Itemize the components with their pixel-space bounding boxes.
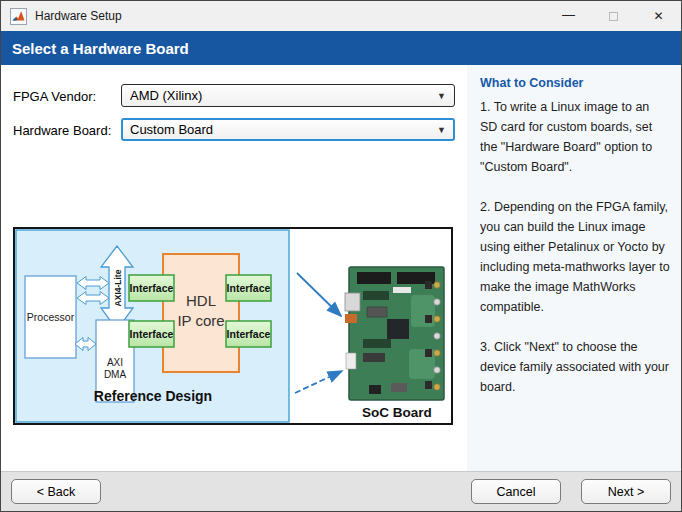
sidebar-heading: What to Consider (480, 76, 670, 90)
dropdown-arrow-icon: ▼ (437, 91, 446, 101)
hardware-board-value: Custom Board (130, 122, 431, 137)
soc-board-image (345, 267, 444, 400)
matlab-logo-icon (10, 8, 27, 25)
window-title: Hardware Setup (35, 9, 122, 23)
interface-label: Interface (130, 328, 174, 340)
hardware-board-dropdown[interactable]: Custom Board ▼ (121, 118, 455, 141)
close-button[interactable]: ✕ (636, 1, 681, 31)
dropdown-arrow-icon: ▼ (437, 125, 446, 135)
cancel-button[interactable]: Cancel (471, 479, 561, 504)
reference-design-diagram: Processor AXI4-Lite AXI DMA HDL IP core … (13, 227, 453, 425)
back-button[interactable]: < Back (11, 479, 101, 504)
sidebar-paragraph-1: 1. To write a Linux image to an SD card … (480, 97, 670, 177)
axi-dma-label-line1: AXI (107, 357, 123, 368)
wizard-header: Select a Hardware Board (1, 31, 681, 65)
next-button[interactable]: Next > (581, 479, 671, 504)
maximize-icon (609, 12, 618, 21)
footer-bar: < Back Cancel Next > (1, 471, 681, 512)
sidebar-paragraph-2: 2. Depending on the FPGA family, you can… (480, 197, 670, 317)
page-title: Select a Hardware Board (12, 40, 189, 57)
close-icon: ✕ (653, 9, 663, 23)
processor-label: Processor (27, 311, 75, 323)
maximize-button (591, 1, 636, 31)
axi-dma-label-line2: DMA (104, 369, 127, 380)
interface-label: Interface (130, 282, 174, 294)
fpga-vendor-value: AMD (Xilinx) (130, 88, 431, 103)
minimize-button[interactable]: — (546, 1, 591, 31)
hardware-setup-dialog: Hardware Setup — ✕ Select a Hardware Boa… (0, 0, 682, 512)
sidebar-paragraph-3: 3. Click "Next" to choose the device fam… (480, 337, 670, 397)
reference-design-label: Reference Design (94, 388, 212, 404)
hdl-ip-core-label-line1: HDL (186, 292, 216, 309)
what-to-consider-panel: What to Consider 1. To write a Linux ima… (467, 65, 682, 471)
fpga-vendor-dropdown[interactable]: AMD (Xilinx) ▼ (121, 84, 455, 107)
titlebar: Hardware Setup — ✕ (1, 1, 681, 31)
axi4-lite-label: AXI4-Lite (113, 269, 123, 306)
hdl-ip-core-label-line2: IP core (177, 312, 224, 329)
window-controls: — ✕ (546, 1, 681, 31)
hardware-board-label: Hardware Board: (13, 123, 111, 138)
interface-label: Interface (227, 282, 271, 294)
interface-label: Interface (227, 328, 271, 340)
soc-board-label: SoC Board (362, 405, 432, 420)
minimize-icon: — (562, 7, 575, 22)
fpga-vendor-label: FPGA Vendor: (13, 89, 96, 104)
